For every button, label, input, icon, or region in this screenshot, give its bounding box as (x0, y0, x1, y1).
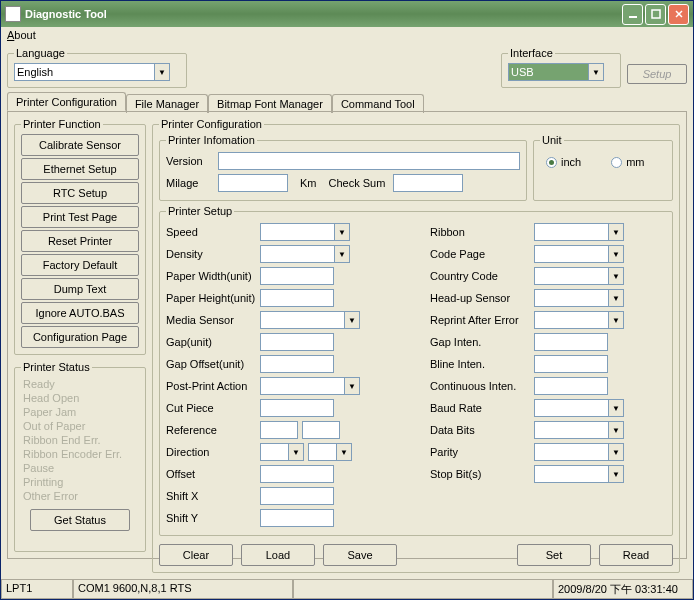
printer-function-legend: Printer Function (21, 118, 103, 130)
menu-about[interactable]: About (7, 29, 36, 41)
interface-select[interactable]: ▼ (508, 63, 614, 81)
gapinten-label: Gap Inten. (430, 336, 532, 348)
interface-value[interactable] (508, 63, 588, 81)
dump-text-button[interactable]: Dump Text (21, 278, 139, 300)
km-label: Km (300, 177, 317, 189)
density-label: Density (166, 248, 258, 260)
cut-piece-field[interactable] (260, 399, 334, 417)
statusbar-port: LPT1 (1, 580, 73, 599)
paper-width-label: Paper Width(unit) (166, 270, 258, 282)
cut-piece-label: Cut Piece (166, 402, 258, 414)
printer-configuration-legend: Printer Configuration (159, 118, 264, 130)
language-legend: Language (14, 47, 67, 59)
minimize-button[interactable] (622, 4, 643, 25)
printer-status-group: Printer Status Ready Head Open Paper Jam… (14, 361, 146, 552)
speed-select[interactable]: ▼ (260, 223, 350, 241)
statusbar-datetime: 2009/8/20 下午 03:31:40 (553, 580, 693, 599)
post-print-select[interactable]: ▼ (260, 377, 360, 395)
reset-printer-button[interactable]: Reset Printer (21, 230, 139, 252)
gap-label: Gap(unit) (166, 336, 258, 348)
gap-field[interactable] (260, 333, 334, 351)
milage-field[interactable] (218, 174, 288, 192)
titlebar: Diagnostic Tool (1, 1, 693, 27)
blineinten-label: Bline Inten. (430, 358, 532, 370)
direction-label: Direction (166, 446, 258, 458)
continten-label: Continuous Inten. (430, 380, 532, 392)
reference-label: Reference (166, 424, 258, 436)
language-select[interactable]: ▼ (14, 63, 180, 81)
statusbar-com: COM1 9600,N,8,1 RTS (73, 580, 293, 599)
printer-information-group: Printer Infomation Version Milage Km Ch (159, 134, 527, 201)
close-button[interactable] (668, 4, 689, 25)
continten-field[interactable] (534, 377, 608, 395)
shifty-field[interactable] (260, 509, 334, 527)
read-button[interactable]: Read (599, 544, 673, 566)
paper-height-field[interactable] (260, 289, 334, 307)
svg-rect-1 (652, 10, 660, 18)
stopbits-select[interactable]: ▼ (534, 465, 624, 483)
direction-1-select[interactable]: ▼ (260, 443, 304, 461)
language-value[interactable] (14, 63, 154, 81)
reference-y-field[interactable] (302, 421, 340, 439)
unit-mm-radio[interactable]: mm (611, 156, 644, 168)
factory-default-button[interactable]: Factory Default (21, 254, 139, 276)
dropdown-arrow-icon[interactable]: ▼ (154, 63, 170, 81)
unit-inch-radio[interactable]: inch (546, 156, 581, 168)
reference-x-field[interactable] (260, 421, 298, 439)
density-select[interactable]: ▼ (260, 245, 350, 263)
shiftx-field[interactable] (260, 487, 334, 505)
clear-button[interactable]: Clear (159, 544, 233, 566)
shifty-label: Shift Y (166, 512, 258, 524)
interface-group: Interface ▼ (501, 47, 621, 88)
ethernet-setup-button[interactable]: Ethernet Setup (21, 158, 139, 180)
get-status-button[interactable]: Get Status (30, 509, 130, 531)
rtc-setup-button[interactable]: RTC Setup (21, 182, 139, 204)
stopbits-label: Stop Bit(s) (430, 468, 532, 480)
parity-label: Parity (430, 446, 532, 458)
printer-setup-group: Printer Setup Speed▼ Density▼ Paper Widt… (159, 205, 673, 536)
status-paper-jam: Paper Jam (21, 405, 139, 419)
tab-printer-configuration[interactable]: Printer Configuration (7, 92, 126, 111)
ribbon-select[interactable]: ▼ (534, 223, 624, 241)
baud-select[interactable]: ▼ (534, 399, 624, 417)
checksum-field[interactable] (393, 174, 463, 192)
load-button[interactable]: Load (241, 544, 315, 566)
ribbon-label: Ribbon (430, 226, 532, 238)
paper-height-label: Paper Height(unit) (166, 292, 258, 304)
reprint-select[interactable]: ▼ (534, 311, 624, 329)
gapinten-field[interactable] (534, 333, 608, 351)
save-button[interactable]: Save (323, 544, 397, 566)
databits-select[interactable]: ▼ (534, 421, 624, 439)
configuration-page-button[interactable]: Configuration Page (21, 326, 139, 348)
headup-label: Head-up Sensor (430, 292, 532, 304)
setup-button[interactable]: Setup (627, 64, 687, 84)
media-sensor-select[interactable]: ▼ (260, 311, 360, 329)
checksum-label: Check Sum (329, 177, 391, 189)
speed-label: Speed (166, 226, 258, 238)
version-field[interactable] (218, 152, 520, 170)
parity-select[interactable]: ▼ (534, 443, 624, 461)
maximize-button[interactable] (645, 4, 666, 25)
dropdown-arrow-icon[interactable]: ▼ (588, 63, 604, 81)
country-select[interactable]: ▼ (534, 267, 624, 285)
ignore-autobas-button[interactable]: Ignore AUTO.BAS (21, 302, 139, 324)
tab-panel: Printer Function Calibrate Sensor Ethern… (7, 111, 687, 559)
print-test-page-button[interactable]: Print Test Page (21, 206, 139, 228)
gap-offset-label: Gap Offset(unit) (166, 358, 258, 370)
offset-field[interactable] (260, 465, 334, 483)
app-window: Diagnostic Tool About Language ▼ Interfa… (0, 0, 694, 600)
paper-width-field[interactable] (260, 267, 334, 285)
printer-status-legend: Printer Status (21, 361, 92, 373)
direction-2-select[interactable]: ▼ (308, 443, 352, 461)
status-printing: Printting (21, 475, 139, 489)
menubar: About (1, 27, 693, 45)
blineinten-field[interactable] (534, 355, 608, 373)
headup-select[interactable]: ▼ (534, 289, 624, 307)
codepage-select[interactable]: ▼ (534, 245, 624, 263)
status-ribbon-encoder: Ribbon Encoder Err. (21, 447, 139, 461)
gap-offset-field[interactable] (260, 355, 334, 373)
calibrate-sensor-button[interactable]: Calibrate Sensor (21, 134, 139, 156)
shiftx-label: Shift X (166, 490, 258, 502)
set-button[interactable]: Set (517, 544, 591, 566)
status-out-of-paper: Out of Paper (21, 419, 139, 433)
